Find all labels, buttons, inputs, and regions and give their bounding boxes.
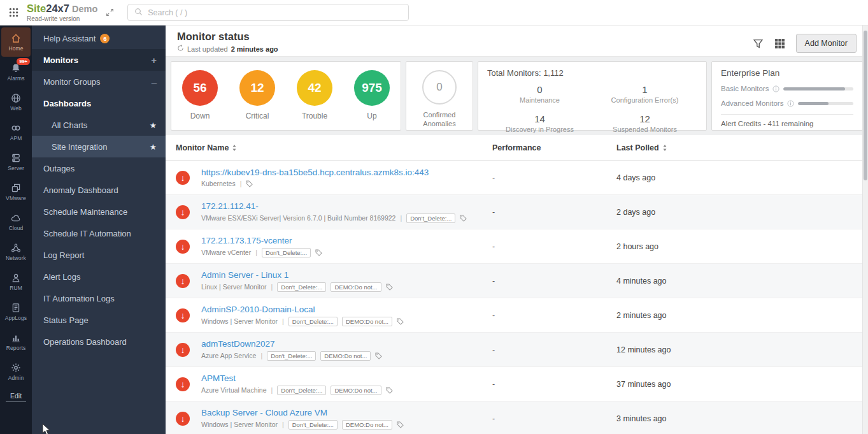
total-stat-configuration-error-s[interactable]: 1Configuration Error(s): [592, 84, 697, 104]
tag-chip[interactable]: Don't_Delete:...: [267, 351, 316, 361]
monitor-name-link[interactable]: Backup Server - Cloud Azure VM: [201, 408, 485, 417]
rail-item-web[interactable]: Web: [1, 87, 31, 117]
rail-item-network[interactable]: Network: [1, 237, 31, 266]
tag-chip[interactable]: Don't_Delete:...: [288, 420, 338, 430]
sidebar-item-alert-logs[interactable]: Alert Logs: [32, 266, 166, 287]
usage-bar: [783, 87, 853, 90]
tag-chip[interactable]: Don't_Delete:...: [262, 248, 311, 257]
status-label: Down: [190, 112, 210, 120]
column-performance[interactable]: Performance: [492, 143, 616, 152]
sidebar-item-site-integration[interactable]: Site Integration★: [32, 136, 166, 157]
rail-item-home[interactable]: Home: [1, 27, 31, 57]
last-polled-value: 2 hours ago: [616, 242, 868, 251]
rail-item-vmware[interactable]: VMware: [1, 177, 31, 206]
scrollbar[interactable]: [862, 25, 868, 434]
refresh-icon[interactable]: [177, 45, 184, 53]
last-polled-value: 12 minutes ago: [616, 345, 868, 354]
table-row[interactable]: ↓https://kubev19-dns-ba15be5d.hcp.centra…: [166, 161, 868, 195]
status-circle-trouble[interactable]: 42Trouble: [297, 70, 332, 120]
expand-plus-icon[interactable]: +: [151, 55, 157, 65]
table-row[interactable]: ↓172.21.173.175-vcenterVMware vCenter|Do…: [166, 229, 868, 264]
rail-items: Home99+AlarmsWebAPMServerVMwareCloudNetw…: [1, 27, 31, 387]
sidebar-item-log-report[interactable]: Log Report: [32, 244, 166, 266]
tag-chip[interactable]: DEMO:Do not...: [342, 317, 392, 326]
expand-icon[interactable]: [106, 8, 114, 17]
collapse-minus-icon[interactable]: –: [152, 77, 157, 87]
rail-item-label: Cloud: [9, 225, 24, 231]
status-circle-down[interactable]: 56Down: [182, 70, 218, 120]
sidebar-item-anomaly-dashboard[interactable]: Anomaly Dashboard: [32, 179, 166, 201]
status-circle-up[interactable]: 975Up: [354, 70, 390, 120]
grid-view-icon[interactable]: [774, 38, 785, 49]
total-stat-maintenance[interactable]: 0Maintenance: [487, 84, 592, 104]
sidebar-item-help-assistant[interactable]: Help Assistant6: [32, 27, 166, 49]
performance-value: -: [492, 380, 616, 389]
table-row[interactable]: ↓Admin Server - Linux 1Linux | Server Mo…: [166, 264, 868, 298]
tag-icon: [397, 318, 404, 325]
tag-chip[interactable]: Don't_Delete:...: [406, 213, 455, 223]
monitor-name-link[interactable]: admTestDown2027: [201, 339, 485, 349]
monitor-name-link[interactable]: Admin Server - Linux 1: [201, 270, 485, 280]
sidebar-item-operations-dashboard[interactable]: Operations Dashboard: [32, 331, 166, 352]
tag-chip[interactable]: DEMO:Do not...: [331, 386, 381, 395]
total-stat-suspended-monitors[interactable]: 12Suspended Monitors: [592, 113, 697, 133]
status-circle-critical[interactable]: 12Critical: [239, 70, 275, 120]
sidebar-item-monitors[interactable]: Monitors+: [32, 49, 166, 71]
table-row[interactable]: ↓Backup Server - Cloud Azure VMWindows |…: [166, 401, 868, 434]
favorite-star-icon[interactable]: ★: [150, 120, 157, 130]
tag-chip[interactable]: DEMO:Do not...: [331, 282, 381, 292]
scrollbar-thumb[interactable]: [864, 31, 867, 180]
info-icon[interactable]: [772, 85, 779, 92]
page-title: Monitor status: [177, 31, 278, 43]
sidebar-item-all-charts[interactable]: All Charts★: [32, 114, 166, 136]
sidebar-item-dashboards[interactable]: Dashboards: [32, 92, 166, 114]
site24x7-logo[interactable]: Site24x7Demo Read-write version: [27, 3, 97, 22]
search-box[interactable]: [127, 4, 409, 21]
total-stat-discovery-in-progress[interactable]: 14Discovery in Progress: [487, 113, 592, 133]
add-monitor-button[interactable]: Add Monitor: [796, 34, 857, 53]
tag-chip[interactable]: Don't_Delete:...: [288, 317, 338, 326]
tag-chip[interactable]: DEMO:Do not...: [342, 420, 392, 430]
rail-item-cloud[interactable]: Cloud: [1, 207, 31, 236]
sidebar-item-status-page[interactable]: Status Page: [32, 309, 166, 331]
monitor-name-link[interactable]: https://kubev19-dns-ba15be5d.hcp.central…: [201, 168, 485, 177]
search-input[interactable]: [148, 8, 402, 17]
rail-item-server[interactable]: Server: [1, 147, 31, 177]
filter-icon[interactable]: [753, 38, 764, 49]
rail-item-reports[interactable]: Reports: [1, 327, 31, 356]
table-row[interactable]: ↓APMTestAzure Virtual Machine|Don't_Dele…: [166, 367, 868, 401]
tag-chip[interactable]: DEMO:Do not...: [320, 351, 371, 361]
sidebar-item-label: Schedule IT Automation: [43, 229, 131, 238]
sidebar-item-label: Outages: [43, 164, 75, 173]
table-row[interactable]: ↓admTestDown2027Azure App Service|Don't_…: [166, 333, 868, 367]
rail-item-rum[interactable]: RUM: [1, 267, 31, 296]
column-last-polled[interactable]: Last Polled: [616, 143, 868, 152]
monitor-meta: Linux | Server Monitor|Don't_Delete:...D…: [201, 282, 492, 292]
sidebar-item-outages[interactable]: Outages: [32, 157, 166, 179]
sidebar-item-schedule-maintenance[interactable]: Schedule Maintenance: [32, 201, 166, 222]
info-icon[interactable]: [787, 100, 794, 107]
sidebar-item-schedule-it-automation[interactable]: Schedule IT Automation: [32, 222, 166, 244]
sidebar-item-it-automation-logs[interactable]: IT Automation Logs: [32, 287, 166, 309]
monitor-name-link[interactable]: AdminSP-2010-Domain-Local: [201, 305, 485, 314]
usage-bar: [798, 102, 853, 105]
rail-item-alarms[interactable]: 99+Alarms: [1, 57, 31, 87]
monitor-name-link[interactable]: 172.21.112.41-: [201, 201, 485, 211]
tag-chip[interactable]: Don't_Delete:...: [277, 282, 326, 292]
column-monitor-name[interactable]: Monitor Name: [176, 143, 492, 152]
monitor-name-link[interactable]: APMTest: [201, 373, 485, 383]
tag-chip[interactable]: Don't_Delete:...: [277, 386, 326, 395]
rail-item-apm[interactable]: APM: [1, 117, 31, 147]
rail-item-label: APM: [10, 135, 22, 141]
status-label: Up: [367, 112, 376, 120]
table-row[interactable]: ↓172.21.112.41-VMware ESX/ESXi Server| V…: [166, 195, 868, 229]
sidebar-item-monitor-groups[interactable]: Monitor Groups–: [32, 71, 166, 92]
rail-item-edit[interactable]: Edit: [6, 392, 26, 402]
rail-item-applogs[interactable]: AppLogs: [1, 297, 31, 326]
rail-item-admin[interactable]: Admin: [1, 357, 31, 386]
anomalies-card[interactable]: 0 Confirmed Anomalies: [406, 61, 473, 131]
favorite-star-icon[interactable]: ★: [150, 142, 157, 152]
table-row[interactable]: ↓AdminSP-2010-Domain-LocalWindows | Serv…: [166, 298, 868, 333]
app-grid-icon[interactable]: [9, 8, 18, 17]
monitor-name-link[interactable]: 172.21.173.175-vcenter: [201, 236, 485, 245]
